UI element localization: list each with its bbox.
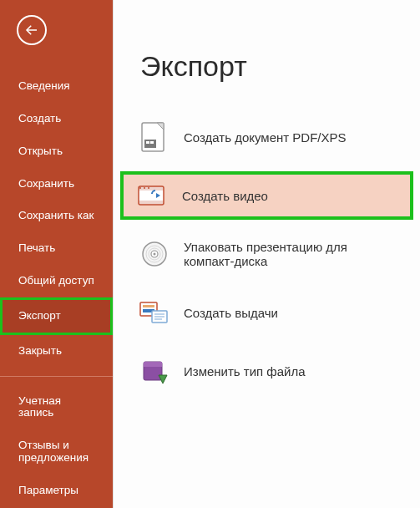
export-option-create-video[interactable]: Создать видео xyxy=(120,171,413,220)
sidebar-item-options[interactable]: Параметры xyxy=(0,475,113,507)
sidebar-item-close[interactable]: Закрыть xyxy=(0,335,113,368)
svg-point-11 xyxy=(148,187,149,189)
sidebar-item-label: Параметры xyxy=(18,484,78,496)
cd-icon xyxy=(137,236,172,272)
svg-rect-7 xyxy=(139,186,164,190)
export-option-label: Изменить тип файла xyxy=(184,364,306,378)
export-option-label: Упаковать презентацию для компакт-диска xyxy=(184,240,347,268)
sidebar-item-account[interactable]: Учетная запись xyxy=(0,385,113,430)
sidebar-item-save[interactable]: Сохранить xyxy=(0,168,113,201)
export-option-package-cd[interactable]: Упаковать презентацию для компакт-диска xyxy=(122,230,412,278)
sidebar-item-info[interactable]: Сведения xyxy=(0,70,113,103)
sidebar-item-label: Сохранить xyxy=(18,177,74,190)
sidebar-item-label: Сведения xyxy=(18,79,70,92)
video-icon xyxy=(135,178,170,213)
page-title: Экспорт xyxy=(114,50,420,83)
sidebar-item-label: Общий доступ xyxy=(18,274,94,287)
svg-point-9 xyxy=(139,187,141,189)
sidebar-item-label: Экспорт xyxy=(18,309,61,322)
export-option-label: Создать выдачи xyxy=(184,306,278,320)
sidebar-item-label: Печать xyxy=(18,241,55,254)
page-pdf-icon xyxy=(137,119,172,155)
export-option-label: Создать видео xyxy=(182,189,268,203)
sidebar-item-label: Отзывы и предложения xyxy=(18,439,89,464)
sidebar-item-label: Закрыть xyxy=(18,344,62,357)
svg-rect-19 xyxy=(143,305,154,307)
svg-point-17 xyxy=(154,253,156,256)
handouts-icon xyxy=(137,295,172,330)
export-option-change-file-type[interactable]: Изменить тип файла xyxy=(122,347,412,395)
sidebar-item-open[interactable]: Открыть xyxy=(0,135,113,168)
export-option-label: Создать документ PDF/XPS xyxy=(184,130,347,145)
svg-rect-26 xyxy=(144,362,162,367)
svg-rect-4 xyxy=(146,141,149,144)
export-option-create-handouts[interactable]: Создать выдачи xyxy=(122,288,412,337)
sidebar-item-share[interactable]: Общий доступ xyxy=(0,265,113,297)
svg-rect-5 xyxy=(150,141,154,144)
divider xyxy=(0,376,113,377)
sidebar-item-export[interactable]: Экспорт xyxy=(0,297,113,335)
export-option-pdf-xps[interactable]: Создать документ PDF/XPS xyxy=(122,113,412,161)
sidebar-item-label: Создать xyxy=(18,112,61,124)
sidebar-item-save-as[interactable]: Сохранить как xyxy=(0,200,113,232)
main-panel: Экспорт Создать документ PDF/XPS С xyxy=(113,0,420,508)
svg-rect-8 xyxy=(139,201,164,205)
change-file-type-icon xyxy=(137,353,172,389)
back-button[interactable] xyxy=(17,15,47,45)
sidebar-item-feedback[interactable]: Отзывы и предложения xyxy=(0,429,113,475)
svg-point-10 xyxy=(144,187,145,189)
sidebar: Сведения Создать Открыть Сохранить Сохра… xyxy=(0,0,113,508)
sidebar-item-label: Сохранить как xyxy=(18,209,94,221)
sidebar-item-print[interactable]: Печать xyxy=(0,232,113,265)
sidebar-item-new[interactable]: Создать xyxy=(0,103,113,135)
sidebar-item-label: Учетная запись xyxy=(18,394,61,419)
arrow-left-icon xyxy=(24,23,39,38)
sidebar-item-label: Открыть xyxy=(18,145,63,157)
